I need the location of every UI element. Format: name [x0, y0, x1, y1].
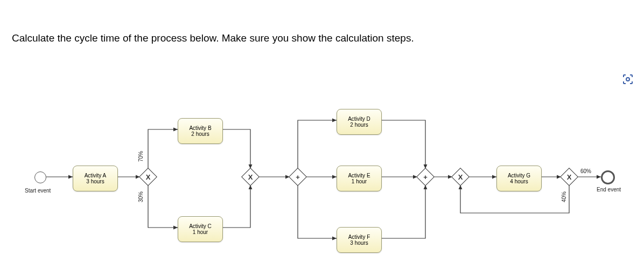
activity-e: Activity E1 hour [337, 166, 382, 191]
xor-gateway-4: X [561, 169, 577, 185]
end-event-label: End event [597, 187, 621, 192]
activity-d: Activity D2 hours [337, 109, 382, 135]
xor-gateway-3: X [452, 169, 468, 185]
process-diagram: Start event Activity A3 hours X 70% 30% … [0, 0, 644, 275]
activity-a: Activity A3 hours [73, 166, 118, 191]
parallel-gateway-merge: + [417, 169, 433, 185]
xor-gateway-1: X [140, 169, 156, 185]
flow-connectors [0, 0, 644, 275]
branch-label-70: 70% [138, 151, 144, 162]
branch-label-60: 60% [580, 168, 591, 174]
xor-gateway-2: X [242, 169, 258, 185]
parallel-gateway-split: + [290, 169, 306, 185]
activity-f: Activity F3 hours [337, 227, 382, 253]
branch-label-40: 40% [561, 191, 567, 202]
branch-label-30: 30% [138, 191, 144, 202]
start-event [34, 171, 46, 183]
activity-g: Activity G4 hours [496, 166, 542, 191]
activity-c: Activity C1 hour [178, 216, 223, 242]
activity-b: Activity B2 hours [178, 118, 223, 144]
start-event-label: Start event [25, 188, 51, 194]
end-event [601, 170, 615, 184]
